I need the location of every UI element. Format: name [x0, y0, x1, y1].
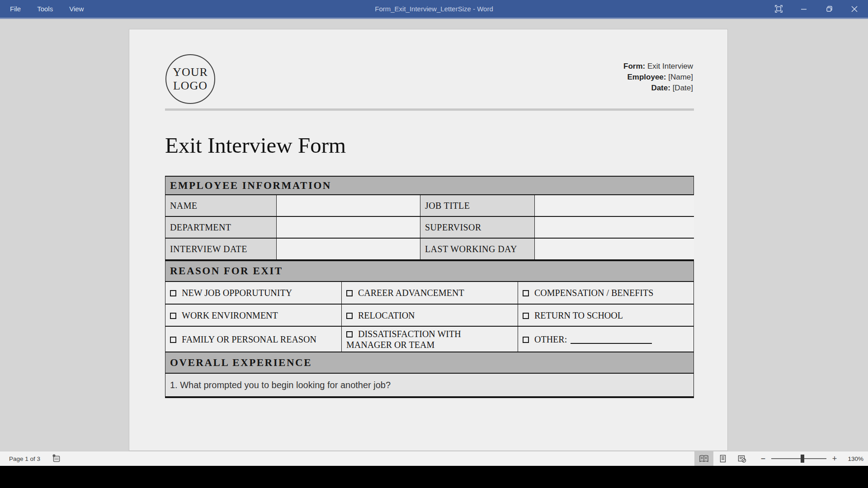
window-title: Form_Exit_Interview_LetterSize - Word [0, 5, 868, 13]
reason-option-label: DISSATISFACTION WITH MANAGER OR TEAM [346, 329, 461, 350]
header-employee-label: Employee: [627, 73, 666, 81]
reason-option-label: OTHER: [534, 334, 567, 344]
checkbox-icon[interactable] [170, 337, 176, 343]
reason-option-return-to-school: RETURN TO SCHOOL [518, 305, 693, 327]
reason-option-career-advancement: CAREER ADVANCEMENT [342, 282, 518, 305]
reason-option-other: OTHER: [518, 327, 693, 352]
question-row-1: 1. What prompted you to begin looking fo… [165, 374, 693, 398]
checkbox-icon[interactable] [346, 290, 353, 296]
close-icon[interactable] [842, 0, 867, 18]
checkbox-icon[interactable] [170, 313, 176, 319]
label-supervisor: SUPERVISOR [420, 217, 535, 239]
web-layout-button[interactable] [732, 451, 751, 466]
input-cell-department[interactable] [277, 217, 420, 239]
checkbox-icon[interactable] [523, 337, 529, 343]
zoom-controls: − + 130% [758, 454, 863, 464]
reason-option-label: FAMILY OR PERSONAL REASON [182, 334, 316, 344]
reason-option-label: CAREER ADVANCEMENT [358, 288, 464, 298]
checkbox-icon[interactable] [170, 290, 176, 296]
menu-bar: File Tools View [0, 5, 84, 13]
reason-option-family-personal: FAMILY OR PERSONAL REASON [165, 327, 342, 352]
zoom-slider-track [771, 458, 826, 459]
input-cell-job-title[interactable] [535, 195, 694, 217]
menu-item-file[interactable]: File [10, 5, 21, 13]
zoom-level[interactable]: 130% [840, 455, 863, 462]
reason-option-compensation: COMPENSATION / BENEFITS [518, 282, 693, 305]
checkbox-icon[interactable] [523, 313, 529, 319]
zoom-slider-thumb[interactable] [801, 455, 804, 463]
header-employee-value: [Name] [666, 73, 693, 81]
label-name: NAME [165, 195, 277, 217]
logo-text-line2: LOGO [173, 79, 208, 93]
page-title: Exit Interview Form [165, 132, 346, 159]
screen-bottom-black-strip [0, 466, 868, 488]
statusbar: Page 1 of 3 [0, 451, 868, 466]
header-divider [165, 108, 694, 111]
reason-option-new-job: NEW JOB OPPORUTUNITY [165, 282, 342, 305]
document-page: YOUR LOGO Form: Exit Interview Employee:… [129, 29, 728, 451]
window-controls [766, 0, 867, 18]
minimize-icon[interactable] [791, 0, 816, 18]
exit-interview-form-table: EMPLOYEE INFORMATION NAME JOB TITLE DEPA… [165, 176, 694, 398]
reason-option-label: RETURN TO SCHOOL [534, 310, 623, 320]
other-blank-line[interactable] [571, 335, 652, 344]
checkbox-icon[interactable] [523, 290, 529, 296]
zoom-slider[interactable] [771, 454, 826, 463]
header-form-label: Form: [623, 62, 645, 70]
menu-item-view[interactable]: View [69, 5, 84, 13]
restore-icon[interactable] [816, 0, 842, 18]
label-job-title: JOB TITLE [420, 195, 535, 217]
logo-text-line1: YOUR [173, 66, 208, 79]
titlebar: File Tools View Form_Exit_Interview_Lett… [0, 0, 868, 18]
header-form-field: Form: Exit Interview [623, 61, 693, 72]
reason-option-label: RELOCATION [358, 310, 415, 320]
header-form-value: Exit Interview [645, 62, 693, 70]
section-header-overall-experience: OVERALL EXPERIENCE [165, 352, 693, 374]
label-last-working-day: LAST WORKING DAY [420, 239, 535, 260]
reason-option-work-environment: WORK ENVIRONMENT [165, 305, 342, 327]
checkbox-icon[interactable] [346, 313, 353, 319]
header-date-value: [Date] [670, 84, 693, 92]
read-mode-button[interactable] [694, 451, 713, 466]
zoom-out-button[interactable]: − [758, 454, 769, 464]
section-header-reason-for-exit: REASON FOR EXIT [165, 260, 693, 282]
fit-window-icon[interactable] [766, 0, 791, 18]
input-cell-interview-date[interactable] [277, 239, 420, 260]
header-employee-field: Employee: [Name] [623, 72, 693, 83]
reason-option-relocation: RELOCATION [342, 305, 518, 327]
input-cell-supervisor[interactable] [535, 217, 694, 239]
reason-option-label: COMPENSATION / BENEFITS [534, 288, 653, 298]
section-header-employee-information: EMPLOYEE INFORMATION [165, 176, 693, 195]
menu-item-tools[interactable]: Tools [37, 5, 53, 13]
reason-option-dissatisfaction: DISSATISFACTION WITH MANAGER OR TEAM [342, 327, 518, 352]
document-area: YOUR LOGO Form: Exit Interview Employee:… [0, 19, 868, 451]
label-department: DEPARTMENT [165, 217, 277, 239]
page-nav-icon[interactable] [52, 454, 61, 464]
page-indicator[interactable]: Page 1 of 3 [9, 455, 40, 462]
input-cell-name[interactable] [277, 195, 420, 217]
reason-option-label: NEW JOB OPPORUTUNITY [182, 288, 292, 298]
zoom-in-button[interactable]: + [829, 454, 840, 464]
header-date-field: Date: [Date] [623, 83, 693, 94]
company-logo: YOUR LOGO [165, 54, 215, 104]
checkbox-icon[interactable] [346, 331, 353, 338]
label-interview-date: INTERVIEW DATE [165, 239, 277, 260]
employee-info-grid: NAME JOB TITLE DEPARTMENT SUPERVISOR INT… [165, 195, 693, 260]
print-layout-button[interactable] [713, 451, 732, 466]
header-date-label: Date: [651, 84, 670, 92]
word-window: File Tools View Form_Exit_Interview_Lett… [0, 0, 868, 488]
reason-for-exit-grid: NEW JOB OPPORUTUNITY CAREER ADVANCEMENT … [165, 282, 693, 352]
input-cell-last-working-day[interactable] [535, 239, 694, 260]
reason-option-label: WORK ENVIRONMENT [182, 310, 278, 320]
document-header-info: Form: Exit Interview Employee: [Name] Da… [623, 61, 693, 94]
